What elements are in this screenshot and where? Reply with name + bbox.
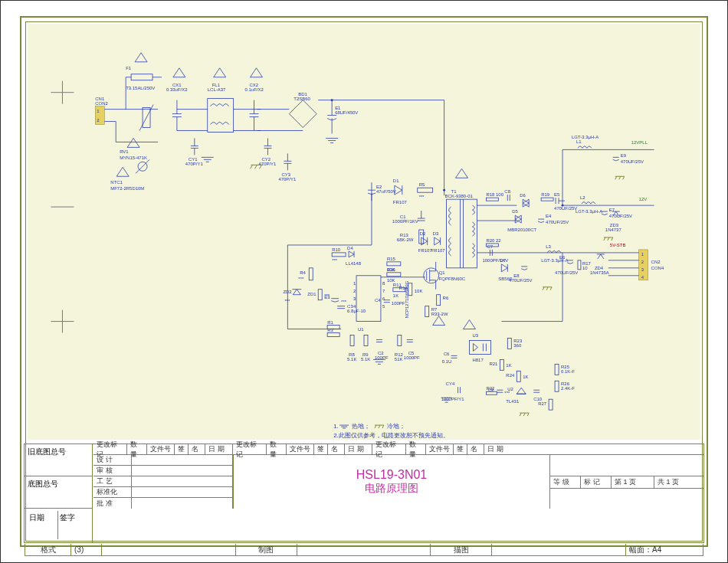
svg-text:TL431: TL431 — [506, 399, 520, 404]
svg-text:R22: R22 — [486, 386, 495, 391]
svg-text:0.1U: 0.1U — [442, 359, 452, 364]
svg-text:100PF: 100PF — [392, 301, 405, 306]
svg-text:R18 100: R18 100 — [486, 192, 503, 197]
notes: 1. 热地； 冷地； 2.此图仅供参考，电路更改恕不预先通知。 — [333, 423, 449, 439]
svg-rect-182 — [364, 336, 368, 346]
svg-text:FQPF8N60C: FQPF8N60C — [439, 277, 466, 281]
svg-text:68K-2W: 68K-2W — [397, 237, 414, 242]
aux-diodes: D2FR107 D3FR107 — [418, 231, 446, 253]
svg-line-278 — [619, 176, 621, 179]
svg-text:CON2: CON2 — [95, 101, 108, 106]
svg-text:MF72-2R5D10M: MF72-2R5D10M — [110, 186, 144, 191]
svg-text:1000PF/1KV: 1000PF/1KV — [392, 219, 418, 224]
mosfet-q1: Q1 FQPF8N60C — [424, 262, 466, 290]
svg-line-254 — [550, 287, 552, 290]
svg-rect-94 — [418, 188, 433, 192]
svg-text:FR107: FR107 — [393, 200, 408, 205]
svg-text:10: 10 — [582, 266, 588, 270]
svg-text:5: 5 — [382, 304, 385, 309]
svg-text:R5: R5 — [419, 182, 425, 187]
svg-text:D5: D5 — [512, 209, 518, 214]
svg-text:R19: R19 — [541, 192, 550, 197]
svg-text:6.8μF-10: 6.8μF-10 — [347, 309, 366, 313]
rail-12vpll: L1LGT-3.3μH-A E9470UF/25V 12VPLL — [562, 135, 654, 205]
svg-point-142 — [424, 268, 439, 283]
level-label: 等 级 — [550, 476, 581, 488]
svg-text:5V-STB: 5V-STB — [610, 243, 626, 247]
svg-text:LGT-3.3μH-A: LGT-3.3μH-A — [576, 209, 602, 214]
hdr-sign: 签 — [175, 444, 189, 454]
schematic-svg: 1 2 CN1 CON2 F1 T3.15AL/250V — [28, 24, 700, 440]
svg-text:47uF/50V: 47uF/50V — [376, 189, 396, 194]
svg-rect-322 — [555, 364, 559, 375]
svg-text:C4: C4 — [375, 298, 381, 303]
svg-rect-127 — [332, 253, 346, 257]
svg-line-253 — [546, 287, 548, 290]
hdr-change: 更改标记 — [93, 444, 127, 454]
svg-text:MYN15-471K: MYN15-471K — [120, 155, 147, 160]
svg-rect-189 — [398, 336, 402, 346]
svg-text:5.1K: 5.1K — [361, 357, 370, 362]
svg-line-69 — [251, 165, 253, 169]
hdr-date: 日 期 — [205, 444, 233, 454]
row-standard: 标准化 — [93, 487, 132, 497]
cap-cx2: CX2 0.1uF/X2 — [245, 68, 264, 131]
svg-text:51K: 51K — [395, 357, 403, 362]
svg-text:R10: R10 — [332, 247, 341, 252]
svg-text:10K: 10K — [415, 289, 423, 293]
title-block: 更改标记 数量 文件号 签 名 日 期 更改标记 数量 文件号 签 名 日 期 … — [24, 444, 704, 543]
svg-text:7: 7 — [382, 289, 385, 293]
svg-line-360 — [382, 425, 384, 428]
svg-point-350 — [443, 189, 445, 191]
svg-rect-14 — [131, 74, 152, 80]
svg-text:2: 2 — [353, 289, 356, 293]
svg-text:470UF/25V: 470UF/25V — [546, 220, 569, 224]
svg-text:Q1: Q1 — [439, 270, 446, 275]
mark-label: 标 记 — [581, 476, 612, 488]
row-approve: 批 准 — [93, 498, 132, 509]
svg-rect-199 — [437, 295, 441, 306]
svg-text:1K: 1K — [523, 375, 528, 379]
svg-text:R6: R6 — [443, 296, 449, 300]
project-name: HSL19-3N01 — [356, 468, 428, 482]
svg-line-340 — [527, 413, 529, 416]
svg-text:***: *** — [298, 277, 304, 281]
svg-text:NTC1: NTC1 — [110, 180, 123, 185]
choke-fl1: FL1 LCL-A37 — [177, 68, 261, 133]
hdr-qty: 数量 — [127, 444, 147, 454]
input-filter-section: F1 T3.15AL/250V RV1 MYN15-471K NTC1 MF72… — [104, 53, 162, 191]
svg-line-70 — [255, 165, 257, 169]
svg-text:T2SB60: T2SB60 — [293, 97, 310, 101]
svg-text:12V: 12V — [639, 197, 648, 201]
svg-text:1: 1 — [353, 281, 356, 286]
svg-rect-325 — [555, 381, 559, 391]
svg-text:5.1K: 5.1K — [347, 357, 356, 362]
svg-text:R33-2W: R33-2W — [431, 312, 448, 316]
svg-rect-292 — [469, 340, 490, 354]
svg-text:RV1: RV1 — [120, 149, 129, 154]
svg-text:1000PF: 1000PF — [404, 355, 420, 360]
bridge-bd1: BD1 T2SB60 — [257, 92, 317, 131]
rail-5v: D7SB560 E8470UF/25V L3LGT-3.3μH-A E6470U… — [477, 243, 625, 290]
svg-rect-165 — [318, 290, 322, 300]
svg-text:470UF/25V: 470UF/25V — [621, 159, 644, 164]
svg-text:C8: C8 — [504, 189, 510, 194]
svg-text:1K: 1K — [393, 293, 398, 298]
svg-text:R24: R24 — [506, 373, 515, 378]
svg-text:0.1uF/X2: 0.1uF/X2 — [245, 87, 264, 92]
svg-text:U1: U1 — [358, 327, 364, 332]
svg-text:U2: U2 — [507, 387, 513, 391]
svg-text:2.此图仅供参考，电路更改恕不预先通知。: 2.此图仅供参考，电路更改恕不预先通知。 — [333, 432, 449, 439]
svg-text:***: *** — [341, 300, 347, 304]
hdr-file: 文件号 — [147, 444, 175, 454]
row-process: 工 艺 — [93, 476, 132, 486]
svg-text:360: 360 — [513, 343, 522, 348]
svg-text:C7: C7 — [487, 244, 493, 249]
svg-rect-34 — [208, 99, 234, 133]
y-caps: CY1470P/Y1 CY2470P/Y1 CY3470P/Y1 — [185, 138, 297, 182]
svg-rect-105 — [447, 199, 477, 268]
svg-rect-196 — [425, 306, 429, 317]
svg-rect-179 — [350, 336, 354, 346]
drawer-label: 制图 — [236, 544, 297, 555]
svg-text:470UF/25V: 470UF/25V — [609, 214, 632, 218]
